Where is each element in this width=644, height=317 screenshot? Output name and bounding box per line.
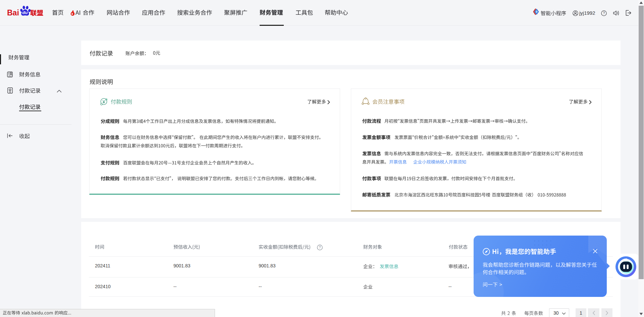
svg-text:?: ? <box>603 11 605 15</box>
svg-text:?: ? <box>319 245 321 249</box>
svg-text:du: du <box>22 10 28 15</box>
